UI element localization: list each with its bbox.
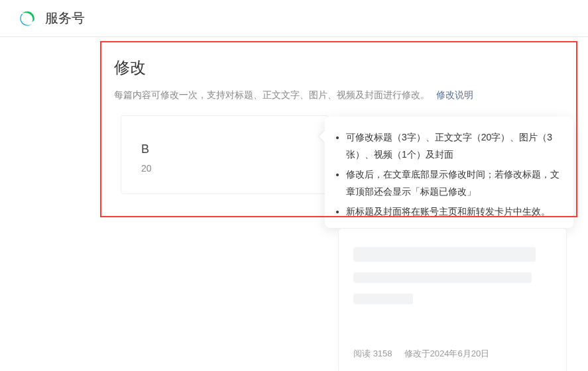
wechat-logo-icon — [19, 10, 36, 27]
read-count: 3158 — [373, 348, 392, 358]
preview-card: 阅读 3158 修改于2024年6月20日 — [338, 228, 567, 371]
read-label: 阅读 — [353, 348, 371, 358]
help-tooltip: 可修改标题（3字）、正文文字（20字）、图片（3张）、视频（1个）及封面 修改后… — [325, 117, 573, 228]
page-subtitle: 每篇内容可修改一次，支持对标题、正文文字、图片、视频及封面进行修改。 — [114, 89, 430, 100]
article-title-fragment: B — [141, 142, 308, 156]
help-item: 修改后，在文章底部显示修改时间；若修改标题，文章顶部还会显示「标题已修改」 — [346, 166, 560, 200]
main-stage: 修改 每篇内容可修改一次，支持对标题、正文文字、图片、视频及封面进行修改。 修改… — [0, 37, 588, 371]
preview-meta: 阅读 3158 修改于2024年6月20日 — [353, 348, 489, 360]
app-title: 服务号 — [45, 9, 85, 27]
read-stat: 阅读 3158 — [353, 348, 392, 360]
skeleton-line — [353, 247, 536, 262]
page-header: 修改 每篇内容可修改一次，支持对标题、正文文字、图片、视频及封面进行修改。 修改… — [101, 41, 579, 113]
help-list: 可修改标题（3字）、正文文字（20字）、图片（3张）、视频（1个）及封面 修改后… — [327, 129, 560, 220]
article-date-fragment: 20 — [141, 163, 308, 174]
top-bar: 服务号 — [0, 0, 588, 37]
help-item: 可修改标题（3字）、正文文字（20字）、图片（3张）、视频（1个）及封面 — [346, 129, 560, 163]
logo-wrap: 服务号 — [19, 9, 85, 27]
skeleton-line — [353, 272, 532, 283]
modified-date: 修改于2024年6月20日 — [404, 348, 490, 360]
help-link[interactable]: 修改说明 — [436, 89, 473, 100]
page-title: 修改 — [114, 57, 565, 78]
article-card[interactable]: B 20 — [121, 115, 329, 194]
skeleton-line — [353, 293, 413, 304]
help-item: 新标题及封面将在账号主页和新转发卡片中生效。 — [346, 203, 560, 220]
page-subtitle-row: 每篇内容可修改一次，支持对标题、正文文字、图片、视频及封面进行修改。 修改说明 — [114, 87, 565, 102]
